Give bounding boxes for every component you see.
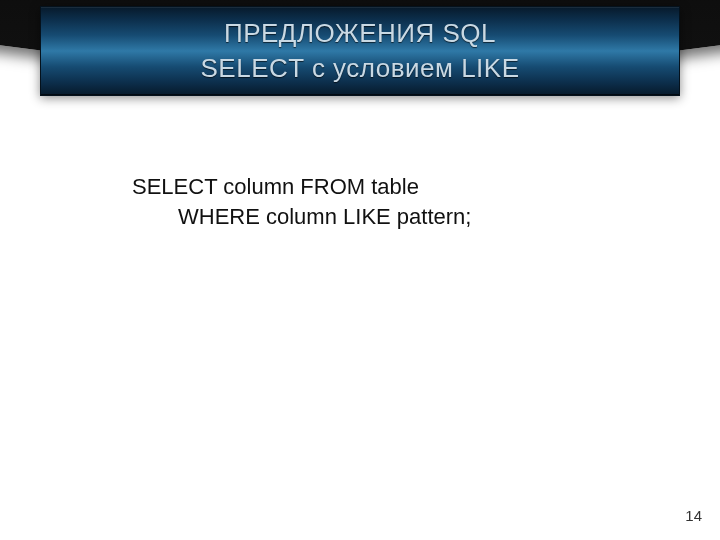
title-bar: ПРЕДЛОЖЕНИЯ SQL SELECT с условием LIKE bbox=[40, 6, 680, 96]
title-line-2: SELECT с условием LIKE bbox=[200, 51, 519, 86]
slide-header: ПРЕДЛОЖЕНИЯ SQL SELECT с условием LIKE bbox=[0, 0, 720, 100]
sql-code-line-1: SELECT column FROM table bbox=[132, 172, 660, 202]
slide-body: SELECT column FROM table WHERE column LI… bbox=[132, 172, 660, 231]
sql-code-line-2: WHERE column LIKE pattern; bbox=[132, 202, 660, 232]
page-number: 14 bbox=[685, 507, 702, 524]
title-line-1: ПРЕДЛОЖЕНИЯ SQL bbox=[224, 16, 496, 51]
